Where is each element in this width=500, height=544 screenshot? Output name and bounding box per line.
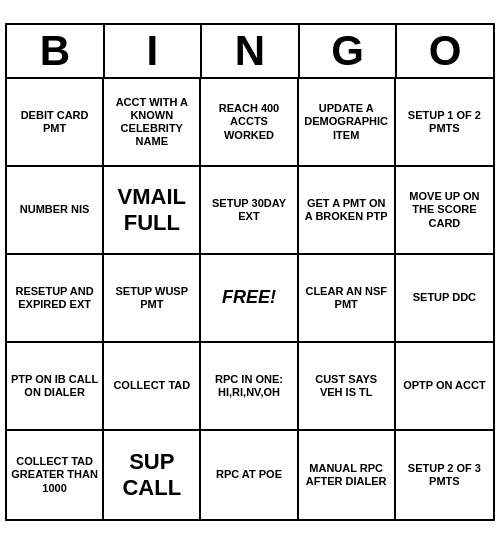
bingo-cell-13[interactable]: CLEAR AN NSF PMT bbox=[299, 255, 396, 343]
bingo-cell-15[interactable]: PTP ON IB CALL ON DIALER bbox=[7, 343, 104, 431]
bingo-cell-14[interactable]: SETUP DDC bbox=[396, 255, 493, 343]
header-letter-o: O bbox=[397, 25, 493, 79]
header-letter-n: N bbox=[202, 25, 300, 79]
header-letter-b: B bbox=[7, 25, 105, 79]
bingo-cell-22[interactable]: RPC AT POE bbox=[201, 431, 298, 519]
bingo-cell-23[interactable]: MANUAL RPC AFTER DIALER bbox=[299, 431, 396, 519]
bingo-card: BINGO DEBIT CARD PMTACCT WITH A KNOWN CE… bbox=[5, 23, 495, 521]
bingo-cell-20[interactable]: COLLECT TAD GREATER THAN 1000 bbox=[7, 431, 104, 519]
bingo-cell-16[interactable]: COLLECT TAD bbox=[104, 343, 201, 431]
header-letter-i: I bbox=[105, 25, 203, 79]
bingo-cell-7[interactable]: SETUP 30DAY EXT bbox=[201, 167, 298, 255]
bingo-cell-6[interactable]: VMAIL FULL bbox=[104, 167, 201, 255]
bingo-grid: DEBIT CARD PMTACCT WITH A KNOWN CELEBRIT… bbox=[7, 79, 493, 519]
bingo-cell-2[interactable]: REACH 400 ACCTS WORKED bbox=[201, 79, 298, 167]
bingo-cell-17[interactable]: RPC IN ONE: HI,RI,NV,OH bbox=[201, 343, 298, 431]
bingo-cell-19[interactable]: OPTP ON ACCT bbox=[396, 343, 493, 431]
bingo-cell-0[interactable]: DEBIT CARD PMT bbox=[7, 79, 104, 167]
bingo-cell-21[interactable]: SUP CALL bbox=[104, 431, 201, 519]
bingo-cell-9[interactable]: MOVE UP ON THE SCORE CARD bbox=[396, 167, 493, 255]
bingo-cell-24[interactable]: SETUP 2 OF 3 PMTS bbox=[396, 431, 493, 519]
bingo-header: BINGO bbox=[7, 25, 493, 79]
bingo-cell-11[interactable]: SETUP WUSP PMT bbox=[104, 255, 201, 343]
bingo-cell-18[interactable]: CUST SAYS VEH IS TL bbox=[299, 343, 396, 431]
bingo-cell-1[interactable]: ACCT WITH A KNOWN CELEBRITY NAME bbox=[104, 79, 201, 167]
header-letter-g: G bbox=[300, 25, 398, 79]
bingo-cell-5[interactable]: NUMBER NIS bbox=[7, 167, 104, 255]
bingo-cell-3[interactable]: UPDATE A DEMOGRAPHIC ITEM bbox=[299, 79, 396, 167]
bingo-cell-4[interactable]: SETUP 1 OF 2 PMTS bbox=[396, 79, 493, 167]
bingo-cell-12[interactable]: Free! bbox=[201, 255, 298, 343]
bingo-cell-8[interactable]: GET A PMT ON A BROKEN PTP bbox=[299, 167, 396, 255]
bingo-cell-10[interactable]: RESETUP AND EXPIRED EXT bbox=[7, 255, 104, 343]
